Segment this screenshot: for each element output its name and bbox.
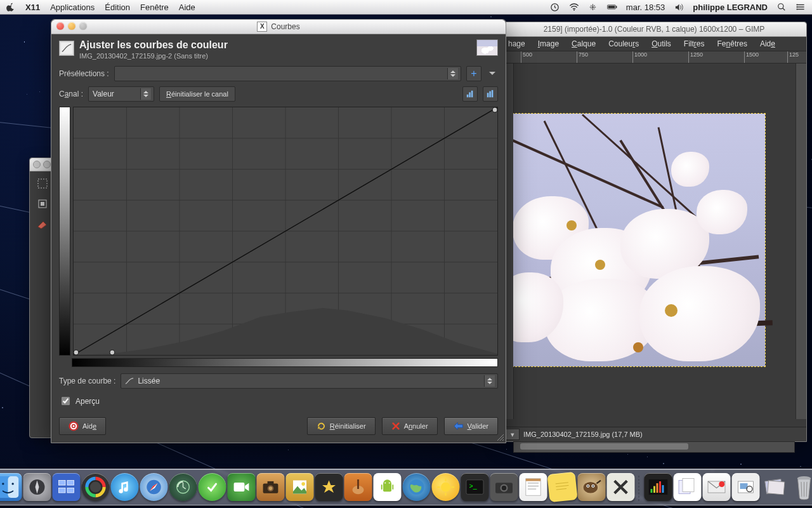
- window-minimize-button[interactable]: [68, 22, 75, 30]
- window-zoom-button[interactable]: [79, 22, 87, 30]
- curves-titlebar[interactable]: XCourbes: [51, 20, 506, 34]
- svg-point-41: [492, 107, 497, 112]
- dock-app-trash[interactable]: [790, 473, 813, 501]
- dock-app-camera[interactable]: [490, 473, 518, 501]
- horizontal-scrollbar[interactable]: [513, 441, 795, 453]
- dock-app-imovie[interactable]: [315, 473, 343, 501]
- gimp-menu-aide[interactable]: Aide: [760, 39, 775, 48]
- curves-window-title: Courbes: [271, 22, 299, 31]
- gimp-menu-fenetres[interactable]: Fenêtres: [717, 39, 747, 48]
- histogram-linear-icon[interactable]: [462, 86, 478, 102]
- dock-app-x11[interactable]: [607, 473, 635, 501]
- dock-app-preview[interactable]: [732, 473, 760, 501]
- curves-graph[interactable]: [73, 107, 498, 356]
- tool-rect-select-icon[interactable]: [34, 175, 51, 192]
- menubar-app-name[interactable]: X11: [25, 3, 40, 12]
- gimp-menu-filtres[interactable]: Filtres: [684, 39, 705, 48]
- help-button[interactable]: Aide: [59, 417, 106, 435]
- menubar-item-aide[interactable]: Aide: [179, 3, 195, 12]
- histogram-log-icon[interactable]: [483, 86, 498, 102]
- dock-app-mission[interactable]: [53, 473, 81, 501]
- battery-icon[interactable]: [607, 2, 617, 12]
- notification-center-icon[interactable]: [796, 2, 806, 12]
- dock-app-gimp[interactable]: [578, 473, 606, 501]
- macos-dock: >_: [0, 469, 812, 505]
- dock-app-dashboard[interactable]: [82, 473, 110, 501]
- resize-grip[interactable]: [495, 432, 504, 441]
- spotlight-icon[interactable]: [776, 2, 787, 12]
- dock-app-garageband[interactable]: [344, 473, 372, 501]
- gimp-menu-affichage[interactable]: hage: [508, 39, 525, 48]
- svg-rect-64: [268, 481, 274, 485]
- curve-smooth-icon: [125, 377, 134, 385]
- dock-app-android[interactable]: [374, 473, 402, 501]
- apple-menu[interactable]: [6, 3, 15, 11]
- dock-app-weather[interactable]: [432, 473, 460, 501]
- dock-app-facetime[interactable]: [228, 473, 256, 501]
- dock-app-images-stack[interactable]: [761, 473, 789, 501]
- menubar-item-edition[interactable]: Édition: [105, 3, 130, 12]
- dock-app-timemachine[interactable]: [169, 473, 197, 501]
- preset-menu-button[interactable]: [487, 67, 498, 81]
- timemachine-menu-icon[interactable]: [550, 2, 560, 12]
- menubar-item-applications[interactable]: Applications: [50, 3, 95, 12]
- dock-app-updates[interactable]: [199, 473, 226, 501]
- cancel-icon: [391, 422, 400, 431]
- bluetooth-icon[interactable]: ⁜: [588, 2, 598, 12]
- svg-rect-72: [392, 485, 393, 490]
- dock-app-globe[interactable]: [403, 473, 431, 501]
- tool-crop-icon[interactable]: [34, 196, 51, 212]
- reset-channel-button[interactable]: Réinitialiser le canal: [159, 86, 235, 102]
- canvas-viewport[interactable]: [513, 64, 795, 419]
- wifi-icon[interactable]: [569, 2, 579, 12]
- presets-combobox[interactable]: [114, 66, 461, 81]
- dock-app-terminal[interactable]: >_: [461, 473, 489, 501]
- svg-point-93: [584, 482, 598, 493]
- preview-checkbox[interactable]: [62, 397, 70, 405]
- svg-rect-54: [59, 488, 66, 493]
- preview-label: Aperçu: [75, 397, 100, 406]
- dock-app-safari[interactable]: [140, 473, 168, 501]
- volume-icon[interactable]: [674, 2, 684, 12]
- cancel-button[interactable]: Annuler: [382, 417, 438, 435]
- window-close-button[interactable]: [56, 22, 64, 30]
- menubar-user[interactable]: philippe LEGRAND: [693, 3, 768, 12]
- channel-combobox[interactable]: Valeur: [88, 86, 154, 102]
- svg-point-107: [719, 481, 724, 487]
- dock-app-docs[interactable]: [674, 473, 702, 501]
- gimp-menu-image[interactable]: Image: [538, 39, 559, 48]
- menubar-clock[interactable]: mar. 18:53: [626, 3, 665, 12]
- dock-app-stickies[interactable]: [547, 472, 577, 502]
- validate-button[interactable]: Valider: [444, 417, 498, 435]
- image-canvas[interactable]: [513, 113, 766, 367]
- tool-eraser-icon[interactable]: [34, 216, 51, 232]
- gimp-window-titlebar[interactable]: 2159] (importée)-1.0 (Couleur RVB, 1 cal…: [502, 22, 806, 37]
- dock-app-itunes[interactable]: [111, 473, 139, 501]
- svg-point-57: [90, 482, 101, 493]
- gimp-window-title: 2159] (importée)-1.0 (Couleur RVB, 1 cal…: [544, 25, 765, 34]
- menubar-item-fenetre[interactable]: Fenêtre: [140, 3, 169, 12]
- dock-separator: [639, 476, 641, 501]
- gimp-menu-calque[interactable]: Calque: [572, 39, 596, 48]
- preset-add-button[interactable]: +: [466, 66, 481, 81]
- dock-app-finder[interactable]: [0, 473, 22, 501]
- svg-rect-17: [467, 95, 469, 97]
- dock-app-notes[interactable]: [520, 473, 547, 501]
- curves-subtitle: IMG_20130402_172159.jpg-2 (Sans titre): [79, 52, 228, 60]
- macos-menubar: X11 Applications Édition Fenêtre Aide ⁜ …: [0, 0, 812, 15]
- vertical-scrollbar[interactable]: [796, 64, 806, 419]
- status-menu-icon[interactable]: ▾: [506, 429, 520, 440]
- svg-line-6: [783, 8, 785, 11]
- dock-app-launchpad[interactable]: [23, 473, 51, 501]
- curve-type-combobox[interactable]: Lissée: [121, 373, 498, 389]
- gimp-menu-outils[interactable]: Outils: [652, 39, 671, 48]
- svg-rect-100: [653, 486, 655, 493]
- curves-header-icon: [59, 41, 74, 56]
- dock-app-iphoto[interactable]: [286, 473, 314, 501]
- reset-button[interactable]: Réinitialiser: [307, 417, 376, 435]
- dock-app-mail[interactable]: [703, 473, 731, 501]
- svg-rect-15: [41, 202, 44, 206]
- dock-app-photobooth[interactable]: [257, 473, 285, 501]
- gimp-menu-couleurs[interactable]: Couleurs: [608, 39, 639, 48]
- dock-app-activity[interactable]: [645, 473, 672, 501]
